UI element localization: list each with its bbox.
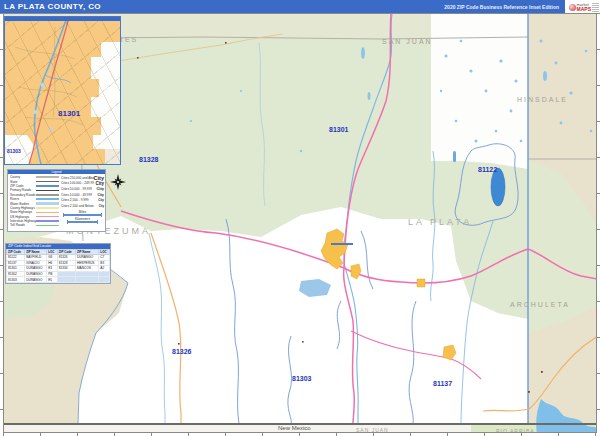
zip-label-81326: 81326 — [172, 348, 191, 355]
city-sample: City — [99, 204, 104, 208]
legend-label: ZIP Code — [10, 184, 36, 188]
map-document: DOLORES SAN JUAN HINSDALE ARCHULETA MONT… — [0, 0, 600, 436]
scale-bar-miles: Miles — [61, 210, 104, 216]
legend-swatch-state-hwy — [36, 212, 59, 214]
zip-index-table: ZIP Code Index/Grid Locator ZIP Code ZIP… — [5, 243, 111, 284]
legend-swatch-state — [36, 181, 59, 183]
legend-label: Toll Roads — [10, 223, 36, 227]
zip-label-81122: 81122 — [478, 166, 497, 173]
legend-label: Water Bodies — [10, 202, 36, 206]
lemon-reservoir — [453, 151, 456, 162]
inset-title-bar — [5, 17, 120, 21]
legend-swatch-interstate — [36, 220, 59, 222]
inset-terrain-texture — [5, 17, 120, 164]
legend-label: Cities 2,500 and Below — [61, 204, 94, 208]
inset-zip-81301: 81301 — [58, 109, 80, 118]
legend-swatch-water — [36, 202, 59, 205]
urban-bayfield — [417, 279, 425, 287]
globe-icon — [569, 4, 576, 11]
zip-label-81303: 81303 — [292, 375, 311, 382]
legend-label: Cities 2,500 - 9,999 — [61, 198, 89, 202]
legend-swatch-secondary-roads — [36, 194, 59, 196]
city-sample: City — [95, 181, 104, 186]
legend-label: Cities 250,000 and Above — [61, 176, 94, 180]
county-label-la-plata: LA PLATA — [408, 217, 472, 227]
legend-swatch-primary-roads — [36, 190, 59, 192]
zip-label-81137: 81137 — [433, 380, 452, 387]
legend-label: Cities 100,000 - 249,999 — [61, 181, 94, 185]
legend-line-symbols: County State ZIP Code Primary Roads Seco… — [8, 174, 60, 228]
table-row: 81303DURANGOE5 — [7, 277, 110, 283]
legend-label: County Highways — [10, 206, 36, 210]
county-label-hinsdale: HINSDALE — [517, 96, 568, 103]
inset-map-durango: 81301 81303 — [4, 16, 121, 165]
legend-box: Legend County State ZIP Code Primary Roa… — [7, 169, 106, 232]
logo-address-lines — [592, 3, 599, 12]
legend-swatch-us-hwy — [36, 216, 59, 218]
legend-city-symbols: Cities 250,000 and AboveCity Cities 100,… — [60, 174, 105, 228]
region-wilderness — [431, 14, 528, 161]
publisher-logo: market MAPS — [565, 1, 599, 13]
page-title: LA PLATA COUNTY, CO — [0, 2, 101, 11]
zip-label-81301: 81301 — [329, 126, 348, 133]
legend-label: Cities 50,000 - 99,999 — [61, 187, 92, 191]
inset-zip-81303: 81303 — [7, 148, 21, 154]
legend-swatch-rivers — [36, 198, 59, 200]
legend-label: State Highways — [10, 210, 36, 214]
legend-label: County — [10, 175, 36, 179]
legend-label: Cities 10,000 - 49,999 — [61, 193, 92, 197]
legend-label: Primary Roads — [10, 188, 36, 192]
scale-bar-kilometers: Kilometers — [61, 217, 104, 223]
legend-swatch-county-hwy — [36, 207, 59, 209]
city-sample: City — [98, 198, 104, 202]
legend-swatch-toll — [36, 225, 59, 227]
legend-label: State — [10, 180, 36, 184]
edition-subtitle: 2020 ZIP Code Business Reference Inset E… — [444, 4, 565, 10]
county-label-archuleta: ARCHULETA — [510, 301, 570, 308]
city-sample: City — [96, 186, 104, 191]
grid-ruler-left — [0, 13, 3, 433]
logo-text-maps: MAPS — [577, 7, 591, 12]
legend-label: Secondary Roads — [10, 193, 36, 197]
state-label-new-mexico: New Mexico — [278, 425, 311, 431]
county-label-san-juan: SAN JUAN — [382, 38, 433, 45]
legend-swatch-zip — [36, 185, 59, 187]
zip-label-81328: 81328 — [139, 156, 158, 163]
title-bar: LA PLATA COUNTY, CO 2020 ZIP Code Busine… — [0, 0, 565, 13]
vallecito-reservoir — [491, 168, 505, 206]
city-sample: City — [98, 193, 104, 197]
city-sample: City — [94, 175, 104, 181]
legend-label: Rivers — [10, 197, 36, 201]
legend-label: US Highways — [10, 215, 36, 219]
legend-label: Interstate Highways — [10, 219, 36, 223]
legend-swatch-county — [36, 176, 59, 179]
